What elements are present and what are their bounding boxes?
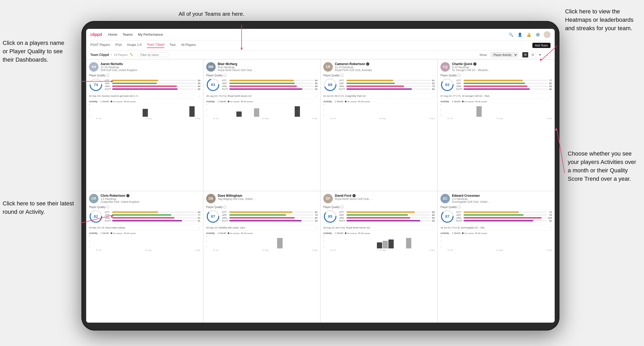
player-card[interactable]: BM Blair McHarg Plus Handicap Royal Nort…: [203, 59, 320, 191]
player-name[interactable]: Aaron Nicholls: [101, 62, 200, 66]
quality-info-icon[interactable]: i: [106, 74, 109, 77]
stat-label-ott: OTT: [222, 79, 228, 82]
chart-date-2: 21 Aug: [496, 249, 503, 251]
subnav-hcaps[interactable]: Hcaps 1-5: [127, 43, 142, 48]
stat-value-app: 63: [432, 82, 435, 85]
nav-home[interactable]: Home: [108, 33, 117, 36]
nav-teams[interactable]: Teams: [123, 33, 133, 36]
filter-button[interactable]: ▼: [537, 52, 543, 58]
latest-round-arrow[interactable]: →: [549, 95, 552, 97]
latest-round[interactable]: 26 Aug 23 | 84 (+12), Royal North Devon …: [323, 225, 435, 229]
stat-value-arg: 83: [549, 85, 552, 88]
chart-area: [326, 235, 435, 248]
quality-section[interactable]: 74 OTT 60 APP 58 ARG 84 PUTT 85: [89, 78, 200, 92]
latest-round[interactable]: 04 Sep 23 | Mobility with coach, Gym →: [206, 225, 318, 229]
person-icon[interactable]: 👤: [517, 32, 523, 38]
legend-off-course: Off course: [358, 100, 370, 103]
quality-info-icon[interactable]: i: [340, 74, 344, 77]
stat-bar-app: [464, 83, 548, 84]
legend-on-course: On course: [111, 232, 122, 235]
stat-bar-putt: [346, 88, 431, 90]
legend-on-course-label: On course: [113, 100, 122, 103]
player-card[interactable]: AN Aaron Nicholls 11-15 Handicap Drift G…: [86, 59, 203, 191]
latest-round[interactable]: 02 Jul 23 | 59 (+17), Craigmillar Park G…: [323, 93, 435, 97]
settings-icon[interactable]: ⚙️: [535, 32, 541, 38]
add-team-button[interactable]: Add Team: [532, 43, 550, 48]
quality-info-icon[interactable]: i: [340, 205, 344, 209]
player-card[interactable]: CR Cameron Robertson ✓ 11-15 Handicap Ro…: [320, 59, 438, 191]
player-name[interactable]: Charlie Quick ✓: [452, 62, 552, 66]
quality-section[interactable]: 87 OTT 73 APP 79 ARG 103 PUTT 92: [440, 210, 552, 223]
activity-period: · 1 Month: [216, 100, 226, 103]
player-card[interactable]: DB Dave Billingham Sag Maging Golf Club,…: [203, 191, 320, 323]
quality-section[interactable]: 83 OTT 77 APP 80 ARG 83 PUTT 86: [440, 78, 552, 92]
stat-value-ott: 89: [432, 211, 435, 214]
stat-value-app: 58: [198, 82, 200, 85]
activity-header: Activity · 1 Month On course Off course: [206, 100, 318, 103]
quality-info-icon[interactable]: i: [458, 74, 461, 77]
subnav-tour[interactable]: Tour: [170, 43, 176, 48]
search-icon[interactable]: 🔍: [508, 32, 514, 38]
stat-value-arg: 85: [315, 217, 318, 219]
latest-round-arrow[interactable]: →: [198, 226, 200, 229]
latest-round[interactable]: 18 Jul 23 | 74 (+4), Sunningdale GC - Ol…: [440, 225, 552, 229]
activity-section: Activity · 1 Month On course Off course …: [440, 230, 552, 251]
latest-round-arrow[interactable]: →: [432, 226, 435, 229]
player-card[interactable]: CQ Charlie Quick ✓ 6-10 Handicap St. Geo…: [438, 59, 555, 191]
latest-round-arrow[interactable]: →: [315, 226, 318, 229]
chart-area: [326, 104, 435, 117]
subnav-pga[interactable]: PGA: [115, 43, 122, 48]
latest-round[interactable]: 07 Aug 23 | 77 (+7), St George's Hill GC…: [440, 93, 552, 97]
players-grid: AN Aaron Nicholls 11-15 Handicap Drift G…: [86, 59, 555, 323]
legend-on-course: On course: [345, 100, 357, 103]
chart-date-3: 4 Sep: [195, 117, 200, 120]
player-info: David Ford ✓ Royal North Devon Golf Club…: [335, 194, 435, 200]
quality-section[interactable]: 82 OTT 60 APP 77 ARG 81 PUTT 91: [89, 210, 200, 223]
activity-section: Activity · 1 Month On course Off course …: [89, 99, 200, 120]
quality-info-icon[interactable]: i: [106, 205, 109, 209]
latest-round-arrow[interactable]: →: [315, 95, 318, 97]
quality-info-icon[interactable]: i: [458, 205, 461, 209]
ipad-frame: clippd Home Teams My Performance 🔍 👤 🔔 ⚙…: [81, 21, 559, 331]
grid-view-button[interactable]: ⊞: [522, 52, 528, 58]
bell-icon[interactable]: 🔔: [526, 32, 532, 38]
chart-area: [444, 104, 552, 117]
player-name[interactable]: Edward Crossman: [452, 194, 552, 198]
stat-bar-arg: [346, 217, 431, 219]
quality-section[interactable]: 85 OTT 89 APP 80 ARG 83 PUTT 96: [323, 210, 435, 223]
filter-input[interactable]: [138, 52, 169, 57]
quality-section[interactable]: 68 OTT 61 APP 63 ARG 75 PUTT 85: [323, 78, 435, 92]
player-card[interactable]: EC Edward Crossman 1-5 Handicap Sunningd…: [438, 191, 555, 323]
player-name[interactable]: Blair McHarg: [218, 62, 318, 66]
subnav-pgat[interactable]: PGAT Players: [90, 43, 110, 48]
quality-info-icon[interactable]: i: [223, 74, 226, 77]
latest-round[interactable]: 03 Mar 23 | 19, Must make putting →: [89, 225, 200, 229]
player-name[interactable]: Dave Billingham: [218, 194, 318, 198]
latest-round-arrow[interactable]: →: [198, 95, 200, 97]
player-name[interactable]: Chris Robertson ✓: [101, 194, 200, 198]
latest-round[interactable]: 26 Aug 23 | 73 (+1), Royal North Devon G…: [206, 93, 318, 97]
latest-round[interactable]: 02 Sep 23 | Sunrise round to get back in…: [89, 93, 200, 97]
list-view-button[interactable]: ⊟: [529, 52, 536, 58]
subnav-team-clippd[interactable]: Team Clippd: [147, 43, 164, 48]
stat-label-ott: OTT: [456, 211, 463, 214]
player-card[interactable]: DF David Ford ✓ Royal North Devon Golf C…: [320, 191, 438, 323]
latest-round-arrow[interactable]: →: [549, 226, 552, 229]
edit-icon[interactable]: ✏️: [130, 53, 133, 56]
avatar-icon[interactable]: [544, 31, 550, 38]
nav-performance[interactable]: My Performance: [138, 33, 163, 36]
legend-off-course: Off course: [241, 100, 253, 103]
player-name[interactable]: David Ford ✓: [335, 194, 435, 198]
player-name[interactable]: Cameron Robertson ✓: [335, 62, 435, 66]
quality-section[interactable]: 93 OTT 84 APP 85 ARG 88 PUTT 95: [206, 78, 318, 92]
show-select[interactable]: Player Activity: [491, 52, 518, 57]
latest-round-arrow[interactable]: →: [432, 95, 435, 97]
player-club: Drift Golf Club, United Kingdom: [101, 69, 140, 72]
quality-section[interactable]: 87 OTT 82 APP 74 ARG 85 PUTT 94: [206, 210, 318, 223]
stat-label-app: APP: [339, 214, 345, 216]
player-card[interactable]: CR Chris Robertson ✓ 1-5 Handicap Craigm…: [86, 191, 203, 323]
subnav-all-players[interactable]: All Players: [181, 43, 196, 48]
quality-info-icon[interactable]: i: [223, 205, 226, 209]
sort-button[interactable]: ↕: [544, 52, 550, 58]
nav-logo[interactable]: clippd: [90, 32, 102, 37]
